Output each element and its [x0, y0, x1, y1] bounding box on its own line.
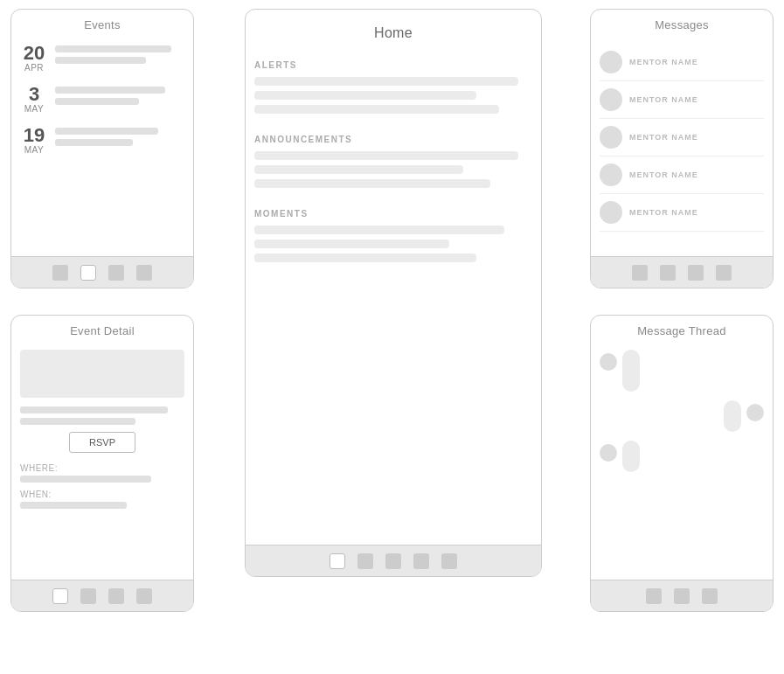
mentor-name-2: MENTOR NAME [629, 95, 698, 104]
nav-item-1[interactable] [52, 265, 68, 281]
messages-body: MENTOR NAME MENTOR NAME MENTOR NAME MENT… [591, 37, 773, 256]
when-label: WHEN: [20, 490, 184, 499]
announcements-section: ANNOUNCEMENTS [254, 135, 532, 188]
thread-avatar-3 [600, 444, 617, 462]
home-nav-2[interactable] [357, 553, 373, 569]
ph-line [55, 98, 139, 105]
thread-avatar-2 [746, 404, 764, 421]
thread-nav-2[interactable] [674, 588, 690, 604]
event-detail-title: Event Detail [11, 316, 193, 343]
where-field: WHERE: [20, 463, 184, 483]
thread-nav-3[interactable] [702, 588, 718, 604]
home-nav-4[interactable] [413, 553, 429, 569]
rsvp-button[interactable]: RSVP [69, 432, 135, 453]
event-lines-3 [55, 126, 184, 150]
events-body: 20 APR 3 MAY 19 MAY [11, 37, 193, 256]
msg-nav-4[interactable] [716, 265, 732, 281]
avatar-1 [600, 51, 622, 73]
ph-line [55, 57, 146, 64]
event-item-3: 19 MAY [20, 126, 184, 155]
event-detail-nav-bar [11, 580, 193, 611]
event-item-2: 3 MAY [20, 85, 184, 114]
home-body: ALERTS ANNOUNCEMENTS MOMENTS [246, 50, 541, 545]
event-day-3: 19 [20, 126, 48, 145]
message-item-2[interactable]: MENTOR NAME [600, 81, 764, 119]
alerts-ph-2 [254, 91, 476, 100]
bubble-incoming-1 [600, 350, 764, 392]
nav-item-4[interactable] [136, 265, 152, 281]
when-field: WHEN: [20, 490, 184, 509]
home-nav-bar [246, 545, 541, 576]
event-month-2: MAY [20, 104, 48, 114]
alerts-ph-3 [254, 105, 499, 114]
ph-line [55, 45, 171, 52]
announce-ph-1 [254, 151, 518, 160]
event-lines-2 [55, 85, 184, 109]
moments-ph-1 [254, 226, 504, 234]
bubble-content-3 [622, 441, 640, 472]
nav-item-3[interactable] [108, 265, 124, 281]
event-detail-text-ph [20, 406, 184, 425]
detail-nav-3[interactable] [108, 588, 124, 604]
announce-ph-3 [254, 179, 490, 188]
message-item-1[interactable]: MENTOR NAME [600, 44, 764, 81]
event-item-1: 20 APR [20, 44, 184, 73]
detail-line-2 [20, 418, 135, 425]
alerts-section: ALERTS [254, 60, 532, 114]
event-day-1: 20 [20, 44, 48, 63]
detail-nav-4[interactable] [136, 588, 152, 604]
avatar-4 [600, 163, 622, 186]
message-thread-title: Message Thread [591, 316, 773, 343]
msg-nav-1[interactable] [632, 265, 648, 281]
home-nav-3[interactable] [385, 553, 401, 569]
thread-nav-bar [591, 580, 773, 611]
events-title: Events [11, 10, 193, 37]
event-detail-image-ph [20, 350, 184, 398]
where-label: WHERE: [20, 463, 184, 473]
alerts-ph-1 [254, 77, 518, 86]
event-month-1: APR [20, 63, 48, 73]
mentor-name-5: MENTOR NAME [629, 208, 698, 217]
message-thread-body [591, 343, 773, 580]
moments-ph-3 [254, 254, 476, 262]
msg-nav-2[interactable] [660, 265, 676, 281]
msg-nav-3[interactable] [688, 265, 704, 281]
nav-item-2[interactable] [80, 265, 96, 281]
detail-nav-1[interactable] [52, 588, 68, 604]
event-date-1: 20 APR [20, 44, 48, 73]
announcements-label: ANNOUNCEMENTS [254, 135, 532, 144]
message-item-3[interactable]: MENTOR NAME [600, 119, 764, 156]
moments-label: MOMENTS [254, 209, 532, 219]
message-item-5[interactable]: MENTOR NAME [600, 194, 764, 232]
alerts-label: ALERTS [254, 60, 532, 70]
event-lines-1 [55, 44, 184, 68]
announce-ph-2 [254, 165, 463, 174]
moments-ph-2 [254, 240, 449, 248]
home-nav-5[interactable] [441, 553, 457, 569]
event-detail-screen: Event Detail RSVP WHERE: WHEN: [10, 315, 194, 612]
home-screen: Home ALERTS ANNOUNCEMENTS MOMENTS [245, 9, 542, 577]
event-date-3: 19 MAY [20, 126, 48, 155]
when-value [20, 502, 127, 509]
home-title: Home [246, 10, 541, 50]
thread-nav-1[interactable] [646, 588, 662, 604]
message-item-4[interactable]: MENTOR NAME [600, 156, 764, 194]
home-nav-1[interactable] [330, 553, 345, 569]
ph-line [55, 139, 133, 146]
ph-line [55, 87, 165, 94]
events-nav-bar [11, 256, 193, 288]
messages-title: Messages [591, 10, 773, 37]
where-value [20, 476, 151, 483]
detail-line-1 [20, 406, 168, 413]
events-screen: Events 20 APR 3 MAY 19 [10, 9, 194, 288]
ph-line [55, 128, 158, 135]
bubble-incoming-2 [600, 441, 764, 472]
mentor-name-4: MENTOR NAME [629, 170, 698, 179]
avatar-2 [600, 88, 622, 111]
event-image-placeholder [20, 350, 184, 398]
message-thread-screen: Message Thread [590, 315, 774, 612]
messages-nav-bar [591, 256, 773, 288]
detail-nav-2[interactable] [80, 588, 96, 604]
event-month-3: MAY [20, 145, 48, 155]
event-detail-body: RSVP WHERE: WHEN: [11, 343, 193, 580]
